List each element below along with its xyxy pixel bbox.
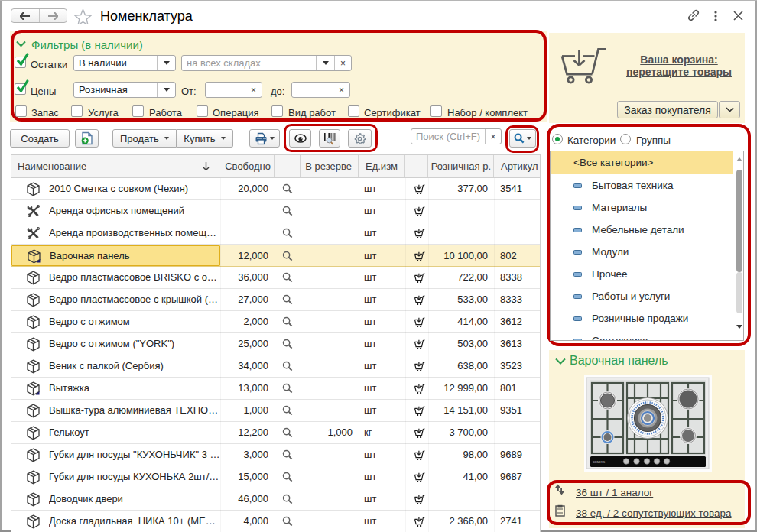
svg-text:SIEMENS: SIEMENS [593,461,606,464]
